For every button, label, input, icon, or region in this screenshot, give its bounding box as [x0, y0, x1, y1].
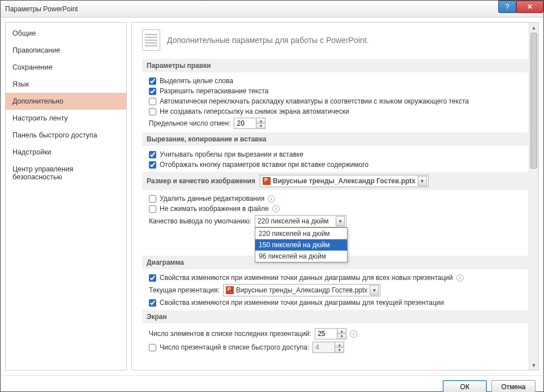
chevron-down-icon[interactable]: ▼: [370, 285, 379, 295]
checkbox-paste-btn[interactable]: [149, 161, 156, 169]
close-button[interactable]: ✕: [516, 1, 543, 13]
powerpoint-icon: [263, 177, 271, 185]
cancel-button[interactable]: Отмена: [491, 380, 536, 392]
sidebar-item-ribbon[interactable]: Настроить ленту: [6, 110, 126, 127]
checkbox-keyboard[interactable]: [149, 98, 156, 105]
info-icon[interactable]: i: [272, 205, 280, 213]
scroll-up-icon[interactable]: ▲: [529, 23, 538, 32]
section-edit: Параметры правки: [142, 59, 528, 72]
recent-input[interactable]: [315, 329, 337, 339]
image-doc-combo[interactable]: Вирусные тренды_Александр Гостев.pptx▼: [260, 175, 429, 187]
label-whole-words[interactable]: Выделять целые слова: [160, 77, 233, 85]
label-chart-current[interactable]: Свойства изменяются при изменении точки …: [160, 299, 444, 307]
page-icon: [142, 29, 160, 51]
chevron-down-icon[interactable]: ▼: [336, 216, 345, 226]
scroll-down-icon[interactable]: ▼: [529, 360, 538, 370]
ok-button[interactable]: ОК: [443, 380, 487, 392]
chevron-down-icon[interactable]: ▼: [418, 176, 427, 186]
chevron-down-icon: ▼: [335, 348, 344, 353]
quick-input: [313, 342, 335, 352]
options-dialog: Параметры PowerPoint ? ✕ Общие Правописа…: [0, 0, 544, 392]
label-no-compress[interactable]: Не сжимать изображения в файле: [160, 205, 269, 213]
help-button[interactable]: ?: [498, 1, 516, 13]
recent-spinner[interactable]: ▲▼: [315, 328, 346, 339]
powerpoint-icon: [226, 286, 234, 294]
label-spaces[interactable]: Учитывать пробелы при вырезании и вставк…: [160, 150, 303, 158]
checkbox-chart-all[interactable]: [149, 274, 156, 282]
chevron-up-icon: ▲: [335, 342, 344, 348]
undo-spinner[interactable]: ▲▼: [234, 118, 265, 129]
quality-option-96[interactable]: 96 пикселей на дюйм: [255, 251, 347, 262]
chevron-down-icon[interactable]: ▼: [337, 334, 346, 339]
quick-spinner: ▲▼: [312, 342, 344, 353]
page-heading: Дополнительные параметры для работы с Po…: [167, 36, 369, 45]
checkbox-drag-drop[interactable]: [149, 88, 156, 95]
sidebar-item-qat[interactable]: Панель быстрого доступа: [6, 127, 126, 144]
current-pres-label: Текущая презентация:: [149, 286, 220, 294]
window-title: Параметры PowerPoint: [5, 5, 78, 13]
info-icon[interactable]: i: [268, 195, 275, 203]
sidebar-item-language[interactable]: Язык: [6, 76, 126, 93]
checkbox-whole-words[interactable]: [149, 77, 156, 85]
checkbox-no-hyperlink[interactable]: [149, 108, 156, 115]
label-paste-btn[interactable]: Отображать кнопку параметров вставки при…: [160, 161, 369, 169]
quality-option-150[interactable]: 150 пикселей на дюйм: [255, 239, 347, 251]
category-sidebar: Общие Правописание Сохранение Язык Допол…: [5, 22, 127, 371]
label-chart-all[interactable]: Свойства изменяются при изменении точки …: [160, 274, 453, 282]
checkbox-quick-list[interactable]: [149, 344, 156, 351]
chevron-up-icon[interactable]: ▲: [337, 329, 346, 334]
label-discard[interactable]: Удалить данные редактирования: [160, 195, 264, 203]
undo-label: Предельное число отмен:: [149, 119, 230, 127]
quick-label[interactable]: Число презентаций в списке быстрого дост…: [160, 343, 309, 351]
quality-label: Качество вывода по умолчанию:: [149, 217, 251, 225]
sidebar-item-advanced[interactable]: Дополнительно: [6, 93, 126, 110]
undo-input[interactable]: [234, 118, 256, 128]
current-doc-combo[interactable]: Вирусные тренды_Александр Гостев.pptx▼: [223, 284, 380, 296]
titlebar: Параметры PowerPoint ? ✕: [1, 1, 543, 18]
scroll-thumb[interactable]: [530, 33, 537, 169]
section-image: Размер и качество изображения Вирусные т…: [142, 172, 528, 190]
scrollbar[interactable]: ▲ ▼: [529, 23, 538, 370]
label-drag-drop[interactable]: Разрешить перетаскивание текста: [160, 87, 268, 95]
label-keyboard[interactable]: Автоматически переключать раскладку клав…: [160, 97, 469, 105]
section-screen: Экран: [142, 310, 528, 324]
section-clipboard: Вырезание, копирование и вставка: [142, 132, 528, 146]
sidebar-item-proofing[interactable]: Правописание: [6, 42, 126, 59]
quality-option-220[interactable]: 220 пикселей на дюйм: [255, 228, 347, 239]
info-icon[interactable]: i: [456, 274, 464, 282]
chevron-up-icon[interactable]: ▲: [256, 118, 265, 124]
sidebar-item-save[interactable]: Сохранение: [6, 59, 126, 76]
checkbox-discard[interactable]: [149, 195, 156, 203]
label-no-hyperlink[interactable]: Не создавать гиперссылку на снимок экран…: [160, 107, 349, 115]
dialog-footer: ОК Отмена: [1, 375, 543, 392]
sidebar-item-addins[interactable]: Надстройки: [6, 144, 126, 161]
quality-combo[interactable]: 220 пикселей на дюйм▼: [255, 215, 346, 227]
checkbox-chart-current[interactable]: [149, 299, 156, 307]
main-panel: Дополнительные параметры для работы с Po…: [131, 22, 539, 371]
quality-dropdown: 220 пикселей на дюйм 150 пикселей на дюй…: [255, 227, 348, 262]
sidebar-item-general[interactable]: Общие: [6, 25, 126, 42]
checkbox-no-compress[interactable]: [149, 205, 156, 213]
sidebar-item-trust[interactable]: Центр управления безопасностью: [6, 161, 126, 186]
checkbox-spaces[interactable]: [149, 151, 156, 158]
recent-label: Число элементов в списке последних презе…: [149, 330, 311, 338]
info-icon[interactable]: i: [350, 330, 357, 338]
chevron-down-icon[interactable]: ▼: [256, 124, 265, 129]
